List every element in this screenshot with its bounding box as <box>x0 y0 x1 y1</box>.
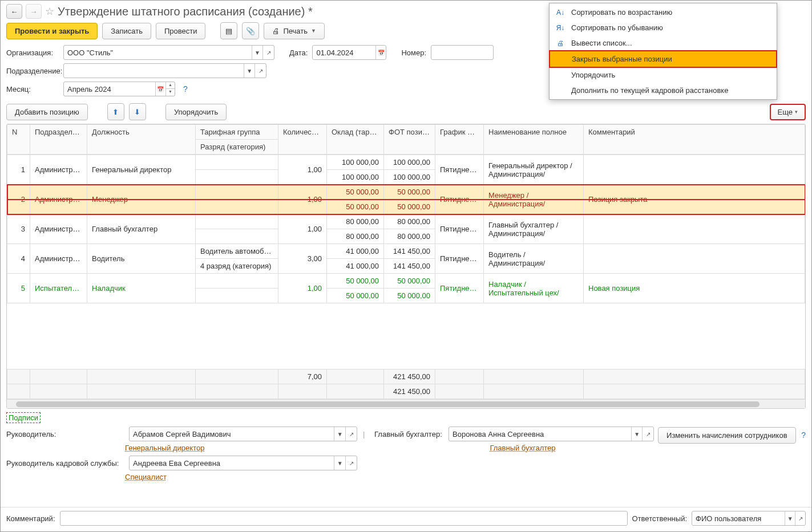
signatures-link[interactable]: Подписи <box>6 412 41 423</box>
save-button[interactable]: Записать <box>102 23 151 39</box>
help-icon[interactable]: ? <box>801 431 806 440</box>
nav-forward-button[interactable]: → <box>26 4 42 19</box>
total-fot: 421 450,00 <box>384 369 435 384</box>
change-accruals-button[interactable]: Изменить начисления сотрудников <box>658 427 796 444</box>
hr-label: Руководитель кадровой службы: <box>6 459 123 468</box>
date-input[interactable]: 📅 <box>312 45 386 60</box>
dropdown-icon[interactable]: ▼ <box>785 511 795 525</box>
open-icon[interactable]: ↗ <box>642 427 653 441</box>
hr-role-link[interactable]: Специалист <box>125 473 167 481</box>
report-button[interactable]: ▤ <box>220 22 237 39</box>
calendar-icon[interactable]: 📅 <box>375 46 386 59</box>
dropdown-icon[interactable]: ▼ <box>244 64 255 78</box>
spin-up[interactable]: ▲ <box>165 82 175 89</box>
number-input[interactable] <box>431 45 494 60</box>
col-rank[interactable]: Разряд (категория) <box>196 140 278 155</box>
dept-label: Подразделение: <box>6 67 67 75</box>
attach-button[interactable]: 📎 <box>242 22 259 39</box>
open-icon[interactable]: ↗ <box>345 427 357 441</box>
dropdown-icon[interactable]: ▼ <box>334 427 345 441</box>
menu-sort-asc[interactable]: А↓ Сортировать по возрастанию <box>550 5 777 20</box>
col-tariff[interactable]: Тарифная группа <box>196 125 278 140</box>
table-row[interactable]: 1АдминистрациГенеральный директор1,00100… <box>7 155 805 170</box>
document-icon: ▤ <box>225 27 232 35</box>
arrow-right-icon: → <box>30 7 38 16</box>
col-fot[interactable]: ФОТ позиции, ... <box>384 125 435 155</box>
open-icon[interactable]: ↗ <box>795 511 805 525</box>
post-button[interactable]: Провести <box>156 23 206 39</box>
org-label: Организация: <box>6 48 59 57</box>
responsible-input[interactable]: ▼ ↗ <box>692 511 806 526</box>
col-fullname[interactable]: Наименование полное <box>484 125 584 155</box>
dropdown-icon[interactable]: ▼ <box>631 427 643 441</box>
menu-close-positions[interactable]: Закрыть выбранные позиции <box>549 50 777 68</box>
table-row[interactable]: 4АдминистрациВодительВодитель автомоби..… <box>7 244 805 259</box>
col-dept[interactable]: Подразделение <box>30 125 87 155</box>
printer-icon: 🖨 <box>272 27 280 35</box>
col-n[interactable]: N <box>7 125 30 155</box>
open-icon[interactable]: ↗ <box>254 64 266 78</box>
horizontal-scrollbar[interactable] <box>7 399 805 408</box>
menu-reorder[interactable]: Упорядочить <box>550 67 777 83</box>
open-icon[interactable]: ↗ <box>345 456 357 470</box>
manager-role-link[interactable]: Генеральный директор <box>125 444 204 452</box>
calendar-icon[interactable]: 📅 <box>155 82 165 96</box>
move-up-button[interactable]: ⬆ <box>107 103 124 120</box>
menu-output-list[interactable]: 🖨 Вывести список... <box>550 35 777 51</box>
dropdown-icon[interactable]: ▼ <box>334 456 345 470</box>
month-input[interactable]: 📅 ▲▼ <box>63 82 175 96</box>
arrow-down-icon: ⬇ <box>134 108 140 116</box>
move-down-button[interactable]: ⬇ <box>129 103 146 120</box>
sort-asc-icon: А↓ <box>555 9 565 17</box>
chevron-down-icon: ▼ <box>311 28 316 34</box>
open-icon[interactable]: ↗ <box>262 46 274 59</box>
clip-icon: 📎 <box>246 27 255 35</box>
comment-label: Комментарий: <box>6 514 55 523</box>
accountant-label: Главный бухгалтер: <box>374 430 443 438</box>
add-position-button[interactable]: Добавить позицию <box>6 104 88 120</box>
print-button[interactable]: 🖨 Печать ▼ <box>264 23 325 39</box>
dept-input[interactable]: ▼ ↗ <box>63 63 266 78</box>
responsible-label: Ответственный: <box>632 514 687 523</box>
total-rates: 7,00 <box>278 369 327 384</box>
reorder-button[interactable]: Упорядочить <box>165 104 227 120</box>
manager-input[interactable]: ▼ ↗ <box>129 427 357 441</box>
manager-label: Руководитель: <box>6 430 123 438</box>
comment-input[interactable] <box>60 511 628 526</box>
date-label: Дата: <box>289 48 308 57</box>
more-context-menu: А↓ Сортировать по возрастанию Я↓ Сортиро… <box>549 3 777 100</box>
more-button[interactable]: Еще ▾ <box>770 104 806 120</box>
help-icon[interactable]: ? <box>183 84 188 94</box>
accountant-role-link[interactable]: Главный бухгалтер <box>490 444 555 452</box>
sort-desc-icon: Я↓ <box>555 24 565 32</box>
total-fot2: 421 450,00 <box>384 384 435 399</box>
col-salary[interactable]: Оклад (тариф), ... <box>327 125 384 155</box>
menu-fill-current[interactable]: Дополнить по текущей кадровой расстановк… <box>550 83 777 98</box>
arrow-left-icon: ← <box>11 7 18 16</box>
dropdown-icon[interactable]: ▼ <box>252 46 263 59</box>
table-row[interactable]: 5Испытательны цехНаладчик1,0050 000,0050… <box>7 274 805 289</box>
col-rates[interactable]: Количество ставок <box>278 125 327 155</box>
arrow-up-icon: ⬆ <box>112 108 119 116</box>
chevron-down-icon: ▾ <box>795 109 798 115</box>
hr-input[interactable]: ▼ ↗ <box>129 456 357 470</box>
month-label: Месяц: <box>6 85 59 94</box>
spin-down[interactable]: ▼ <box>165 89 175 96</box>
printer-icon: 🖨 <box>555 39 565 47</box>
star-icon[interactable]: ☆ <box>45 5 54 18</box>
menu-sort-desc[interactable]: Я↓ Сортировать по убыванию <box>550 20 777 35</box>
nav-back-button[interactable]: ← <box>6 4 22 19</box>
accountant-input[interactable]: ▼ ↗ <box>449 427 654 441</box>
col-position[interactable]: Должность <box>87 125 196 155</box>
number-label: Номер: <box>401 48 426 57</box>
col-schedule[interactable]: График работы <box>435 125 484 155</box>
post-and-close-button[interactable]: Провести и закрыть <box>6 23 98 39</box>
page-title: Утверждение штатного расписания (создани… <box>58 5 313 18</box>
org-input[interactable]: ▼ ↗ <box>63 45 274 60</box>
table-row[interactable]: 3АдминистрациГлавный бухгалтер1,0080 000… <box>7 214 805 229</box>
table-row[interactable]: 2АдминистрациМенеджер1,0050 000,0050 000… <box>7 185 805 200</box>
col-comment[interactable]: Комментарий <box>584 125 805 155</box>
